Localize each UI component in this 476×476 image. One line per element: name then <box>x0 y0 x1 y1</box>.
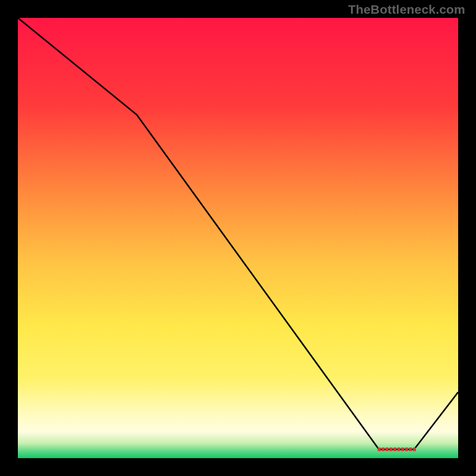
svg-rect-4 <box>393 447 396 451</box>
svg-rect-9 <box>413 447 416 451</box>
chart-root: TheBottleneck.com <box>0 0 476 476</box>
svg-rect-1 <box>381 447 384 451</box>
svg-rect-8 <box>409 447 412 451</box>
bottleneck-chart <box>0 0 476 476</box>
watermark-label: TheBottleneck.com <box>348 2 465 17</box>
svg-rect-3 <box>390 447 393 451</box>
svg-rect-7 <box>405 447 408 451</box>
svg-rect-0 <box>378 447 381 451</box>
svg-rect-6 <box>401 447 404 451</box>
svg-rect-2 <box>386 447 389 451</box>
svg-rect-5 <box>397 447 400 451</box>
plot-background <box>18 18 458 458</box>
